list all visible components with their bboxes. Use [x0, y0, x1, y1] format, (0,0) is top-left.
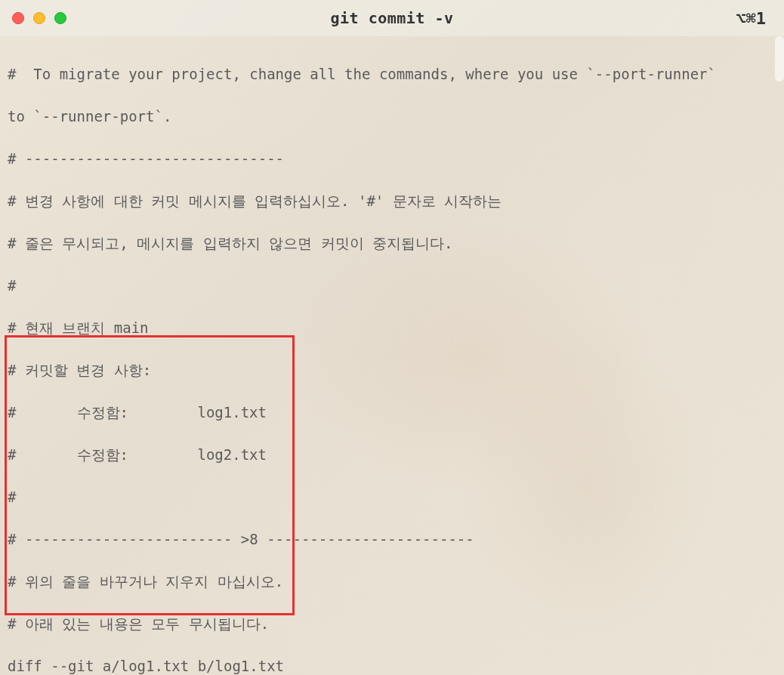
comment-scissor: # ------------------------ >8 ----------…	[8, 529, 776, 550]
comment-instruction: # 변경 사항에 대한 커밋 메시지를 입력하십시오. '#' 문자로 시작하는	[8, 190, 776, 211]
scrollbar[interactable]	[775, 36, 784, 82]
comment-file-changed: # 수정함: log1.txt	[8, 402, 776, 423]
diff-header: diff --git a/log1.txt b/log1.txt	[8, 655, 776, 675]
comment-blank: #	[8, 275, 776, 296]
comment-changes-header: # 커밋할 변경 사항:	[8, 359, 776, 381]
traffic-lights	[12, 12, 66, 24]
comment-instruction: # 줄은 무시되고, 메시지를 입력하지 않으면 커밋이 중지됩니다.	[8, 233, 776, 254]
comment-separator: # ------------------------------	[8, 148, 776, 169]
comment-instruction: # 위의 줄을 바꾸거나 지우지 마십시오.	[8, 571, 776, 592]
commit-msg-line: # To migrate your project, change all th…	[8, 63, 776, 85]
comment-instruction: # 아래 있는 내용은 모두 무시됩니다.	[8, 613, 776, 634]
minimize-button[interactable]	[33, 12, 45, 24]
keyboard-shortcut-label: ⌥⌘1	[736, 9, 766, 28]
terminal-content[interactable]: # To migrate your project, change all th…	[0, 36, 784, 675]
close-button[interactable]	[12, 12, 24, 24]
terminal-window: git commit -v ⌥⌘1 # To migrate your proj…	[0, 0, 784, 675]
comment-blank: #	[8, 486, 776, 507]
titlebar: git commit -v ⌥⌘1	[0, 0, 784, 36]
commit-msg-line: to `--runner-port`.	[8, 106, 776, 127]
comment-file-changed: # 수정함: log2.txt	[8, 444, 776, 465]
maximize-button[interactable]	[54, 12, 66, 24]
comment-branch: # 현재 브랜치 main	[8, 317, 776, 338]
window-title: git commit -v	[330, 9, 453, 27]
